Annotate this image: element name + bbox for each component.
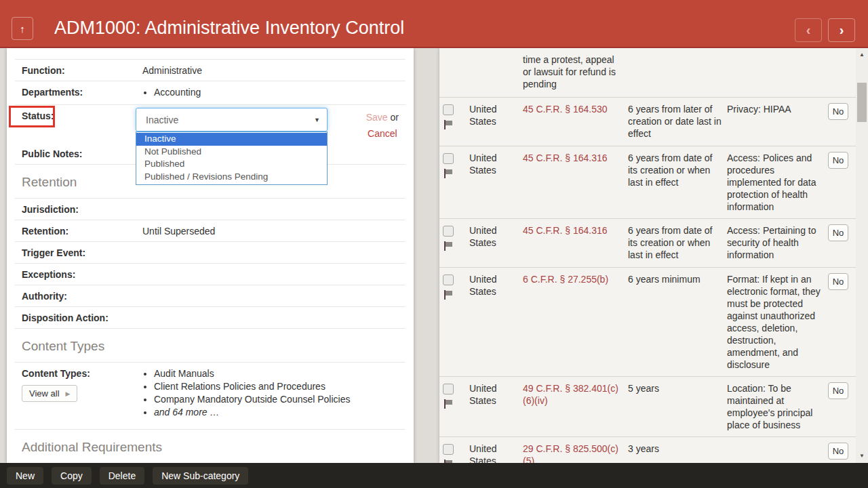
description-cell: Access: Polices and procedures implement… — [727, 152, 828, 213]
status-select[interactable]: Inactive ▼ — [136, 108, 328, 131]
jurisdiction-value — [142, 204, 406, 215]
retention-value: Until Superseded — [142, 226, 406, 237]
field-row-content-types: Content Types: View all ▶ Audit Manuals … — [15, 362, 406, 430]
status-label: Status: — [22, 110, 142, 138]
authority-value — [142, 291, 406, 302]
content-types-more: and 64 more … — [154, 407, 406, 418]
additional-requirements-heading: Additional Requirements — [22, 440, 406, 455]
function-label: Function: — [22, 65, 142, 76]
trigger-event-value — [142, 247, 406, 258]
cancel-link[interactable]: Cancel — [366, 125, 399, 142]
function-value: Administrative — [142, 65, 406, 76]
department-item: Accounting — [154, 87, 406, 98]
new-sub-category-button[interactable]: New Sub-category — [153, 467, 248, 485]
content-type-item: Client Relations Policies and Procedures — [154, 381, 406, 392]
public-notes-label: Public Notes: — [22, 148, 142, 159]
content-types-label: Content Types: — [22, 368, 142, 379]
field-row-trigger-event: Trigger Event: — [15, 242, 406, 264]
field-row-function: Function: Administrative — [15, 60, 406, 81]
flag-icon — [443, 399, 454, 409]
row-checkbox[interactable] — [443, 384, 454, 394]
citations-table: time a protest, appeal or lawsuit for re… — [439, 48, 856, 463]
retention-period-cell: 6 years from date of its creation or whe… — [628, 152, 727, 213]
flag-icon — [443, 289, 454, 300]
content-types-section-heading: Content Types — [22, 339, 406, 354]
authority-label: Authority: — [22, 291, 142, 302]
next-record-button[interactable]: › — [828, 18, 855, 42]
citation-link[interactable]: 49 C.F.R. § 382.401(c)(6)(iv) — [523, 382, 628, 431]
exceptions-value — [142, 269, 406, 280]
description-cell: Format: If kept in an electronic format,… — [727, 273, 828, 371]
flag-icon — [443, 168, 454, 179]
exclude-toggle-button[interactable]: No — [828, 443, 848, 460]
description-cell: Privacy: HIPAA — [727, 103, 828, 140]
status-option-not-published[interactable]: Not Published — [136, 146, 327, 159]
exclude-toggle-button[interactable]: No — [828, 103, 848, 120]
exclude-toggle-button[interactable]: No — [828, 273, 848, 290]
select-dropdown-arrow-icon: ▼ — [314, 117, 320, 123]
table-row: United States 45 C.F.R. § 164.316 6 year… — [439, 219, 856, 268]
exclude-toggle-button[interactable]: No — [828, 224, 848, 241]
flag-icon — [443, 119, 454, 130]
table-row: United States 29 C.F.R. § 825.500(c)(5) … — [439, 437, 856, 463]
page-title: ADM1000: Administrative Inventory Contro… — [54, 18, 404, 39]
status-option-published[interactable]: Published — [136, 158, 327, 171]
flag-icon — [443, 241, 454, 251]
detail-panel: Function: Administrative Departments: Ac… — [7, 48, 414, 463]
truncated-row-divider — [15, 48, 406, 60]
new-button[interactable]: New — [7, 467, 43, 485]
jurisdiction-label: Jurisdiction: — [22, 204, 142, 215]
citation-link[interactable]: 45 C.F.R. § 164.316 — [523, 224, 628, 262]
save-cancel-group: Save or Cancel — [366, 109, 399, 142]
chevron-left-icon: ‹ — [806, 22, 811, 38]
field-row-exceptions: Exceptions: — [15, 264, 406, 285]
chevron-right-icon: › — [840, 22, 844, 38]
retention-period-cell: time a protest, appeal or lawsuit for re… — [523, 54, 628, 92]
table-row: United States 45 C.F.R. § 164.316 6 year… — [439, 146, 856, 219]
app-header: ↑ ADM1000: Administrative Inventory Cont… — [0, 0, 868, 48]
country-cell: United States — [469, 273, 523, 371]
view-all-button[interactable]: View all ▶ — [22, 385, 77, 402]
field-row-retention: Retention: Until Superseded — [15, 220, 406, 242]
scroll-up-icon[interactable]: ▲ — [856, 49, 868, 60]
save-link[interactable]: Save — [366, 112, 388, 123]
field-row-authority: Authority: — [15, 285, 406, 307]
row-checkbox[interactable] — [443, 153, 454, 164]
status-selected-value: Inactive — [146, 115, 314, 125]
country-cell: United States — [469, 152, 523, 213]
country-cell: United States — [469, 103, 523, 140]
up-arrow-icon: ↑ — [20, 23, 25, 35]
description-cell: Location: To be maintained at employee's… — [727, 382, 828, 431]
table-row: time a protest, appeal or lawsuit for re… — [439, 48, 856, 98]
field-row-jurisdiction: Jurisdiction: — [15, 198, 406, 220]
citation-link[interactable]: 45 C.F.R. § 164.530 — [523, 103, 628, 140]
country-cell: United States — [469, 382, 523, 431]
previous-record-button[interactable]: ‹ — [795, 18, 822, 42]
delete-button[interactable]: Delete — [100, 467, 144, 485]
row-checkbox[interactable] — [443, 104, 454, 115]
exclude-toggle-button[interactable]: No — [828, 382, 848, 399]
vertical-scrollbar[interactable]: ▲ ▼ — [856, 48, 868, 463]
row-checkbox[interactable] — [443, 274, 454, 285]
status-option-inactive[interactable]: Inactive — [136, 133, 327, 146]
navigate-up-button[interactable]: ↑ — [12, 17, 33, 40]
retention-period-cell: 3 years — [628, 443, 727, 463]
row-checkbox[interactable] — [443, 444, 454, 455]
retention-period-cell: 5 years — [628, 382, 727, 431]
status-option-published-revisions-pending[interactable]: Published / Revisions Pending — [136, 171, 327, 184]
exclude-toggle-button[interactable]: No — [828, 152, 848, 169]
citation-link[interactable]: 6 C.F.R. § 27.255(b) — [523, 273, 628, 371]
citation-link[interactable]: 45 C.F.R. § 164.316 — [523, 152, 628, 213]
scrollbar-thumb[interactable] — [857, 83, 867, 122]
citation-link[interactable]: 29 C.F.R. § 825.500(c)(5) — [523, 443, 628, 463]
table-row: United States 49 C.F.R. § 382.401(c)(6)(… — [439, 377, 856, 437]
copy-button[interactable]: Copy — [52, 467, 92, 485]
field-row-departments: Departments: Accounting — [15, 81, 406, 105]
bottom-toolbar: New Copy Delete New Sub-category — [0, 463, 868, 488]
scroll-down-icon[interactable]: ▼ — [856, 451, 868, 462]
trigger-event-label: Trigger Event: — [22, 247, 142, 258]
or-text: or — [391, 112, 399, 123]
retention-period-cell: 6 years from later of creation or date l… — [628, 103, 727, 140]
view-all-arrow-icon: ▶ — [66, 390, 71, 397]
row-checkbox[interactable] — [443, 226, 454, 237]
